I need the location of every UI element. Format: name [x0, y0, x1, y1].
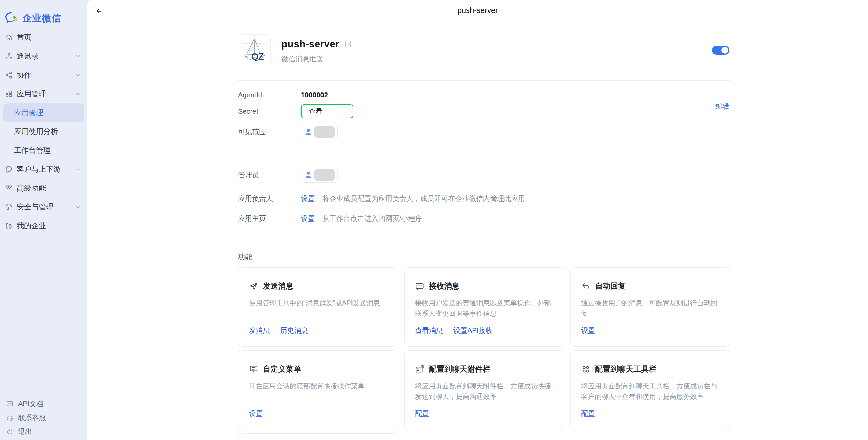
sidebar-footer-label: 联系客服	[18, 413, 46, 423]
feature-card-chat-toolbar: 配置到聊天工具栏 将应用页面配置到聊天工具栏，方便成员在与客户的聊天中查看和使用…	[570, 350, 730, 430]
feature-card-desc: 将应用页面配置到聊天工具栏，方便成员在与客户的聊天中查看和使用，提高服务效率	[581, 381, 719, 402]
sidebar-item-home[interactable]: 首页	[0, 28, 87, 47]
feature-card-desc: 将应用页面配置到聊天附件栏，方便成员快捷发送到聊天，提高沟通效率	[415, 381, 553, 402]
sidebar-item-label: 通讯录	[17, 51, 39, 61]
attachment-bar-config-link[interactable]: 配置	[415, 409, 429, 418]
agent-id-label: AgentId	[238, 91, 301, 99]
sidebar-item-security[interactable]: 安全与管理	[0, 197, 87, 216]
apps-grid-icon	[4, 89, 13, 98]
feature-card-auto-reply: 自动回复 通过接收用户的消息，可配置规则进行自动回复 设置	[570, 267, 730, 347]
wecom-logo-icon	[5, 12, 19, 24]
company-icon	[4, 221, 13, 230]
divider	[238, 155, 730, 155]
visible-scope-member-chip	[301, 124, 338, 140]
features-section-title: 功能	[238, 252, 730, 262]
feature-card-title: 配置到聊天工具栏	[595, 364, 656, 374]
sidebar: 企业微信 首页 通讯录 协作	[0, 0, 87, 440]
sidebar-item-app-management[interactable]: 应用管理	[0, 84, 87, 103]
chevron-down-icon	[75, 53, 81, 59]
sidebar-item-label: 协作	[17, 70, 31, 80]
customer-chat-icon	[4, 165, 13, 174]
chat-attachment-bar-icon	[415, 365, 424, 374]
collaboration-icon	[4, 70, 13, 80]
sidebar-item-label: 应用管理	[17, 89, 46, 99]
custom-menu-set-link[interactable]: 设置	[249, 409, 263, 418]
feature-card-title: 发送消息	[263, 281, 294, 291]
sidebar-subitem-label: 应用使用分析	[14, 127, 58, 136]
send-message-icon	[249, 282, 258, 291]
app-icon: QZ	[238, 34, 271, 67]
app-description: 微信消息推送	[281, 54, 730, 64]
contacts-icon	[4, 52, 13, 61]
sidebar-item-label: 客户与上下游	[17, 164, 61, 174]
sidebar-item-contact-support[interactable]: 联系客服	[0, 411, 87, 425]
app-title-block: push-server 微信消息推送	[281, 34, 730, 64]
sidebar-subitem-app-management[interactable]: 应用管理	[3, 103, 84, 122]
sidebar-item-label: 高级功能	[17, 183, 46, 193]
receive-message-icon	[415, 282, 424, 291]
custom-menu-icon	[249, 365, 258, 374]
topbar: push-server	[87, 0, 868, 21]
feature-card-title: 自定义菜单	[263, 364, 301, 374]
agent-id-value: 1000002	[301, 91, 328, 99]
svg-text:API: API	[8, 403, 12, 405]
divider	[238, 80, 730, 81]
auto-reply-set-link[interactable]: 设置	[581, 326, 595, 335]
sidebar-item-collaboration[interactable]: 协作	[0, 66, 87, 84]
chevron-down-icon	[75, 72, 81, 78]
sidebar-subitem-workbench-management[interactable]: 工作台管理	[3, 141, 84, 160]
edit-name-icon[interactable]	[344, 40, 353, 49]
app-header: QZ push-server 微信消息推送	[238, 34, 730, 67]
feature-card-title: 接收消息	[429, 281, 460, 291]
feature-card-receive-message: 接收消息 接收用户发送的普通消息以及菜单操作、外部联系人变更回调等事件信息 查看…	[404, 267, 564, 347]
home-icon	[4, 33, 13, 42]
member-avatar-icon	[304, 171, 313, 179]
sidebar-subitem-app-usage-analysis[interactable]: 应用使用分析	[3, 122, 84, 141]
toolbar-config-link[interactable]: 配置	[581, 409, 595, 418]
chevron-down-icon	[75, 204, 81, 210]
sidebar-footer-label: API文档	[18, 399, 43, 409]
feature-card-partial	[238, 433, 398, 440]
sidebar-item-my-company[interactable]: 我的企业	[0, 216, 87, 235]
page-title: push-server	[457, 6, 498, 15]
sidebar-nav: 首页 通讯录 协作 应用管理	[0, 28, 87, 235]
sidebar-item-advanced-features[interactable]: 高级功能	[0, 179, 87, 197]
headset-icon	[6, 413, 14, 422]
chevron-down-icon	[75, 166, 81, 172]
sidebar-item-contacts[interactable]: 通讯录	[0, 47, 87, 66]
sidebar-item-api-docs[interactable]: API API文档	[0, 397, 87, 411]
app-enabled-toggle[interactable]	[712, 46, 729, 55]
back-button[interactable]	[93, 5, 105, 17]
wecom-logo: 企业微信	[0, 0, 87, 28]
sidebar-subitem-label: 工作台管理	[14, 146, 51, 155]
main-panel: push-server QZ	[87, 0, 868, 440]
power-icon	[6, 427, 14, 436]
app-owner-set-link[interactable]: 设置	[301, 194, 315, 203]
sidebar-footer-label: 退出	[18, 427, 32, 437]
wecom-logo-text: 企业微信	[22, 12, 61, 24]
toggle-knob	[721, 47, 728, 54]
feature-card-chat-attachment-bar: 配置到聊天附件栏 将应用页面配置到聊天附件栏，方便成员快捷发送到聊天，提高沟通效…	[404, 350, 564, 430]
admin-label: 管理员	[238, 170, 301, 180]
message-history-link[interactable]: 历史消息	[280, 326, 308, 335]
feature-card-title: 自动回复	[595, 281, 626, 291]
send-message-link[interactable]: 发消息	[249, 326, 270, 335]
sidebar-item-customers[interactable]: 客户与上下游	[0, 160, 87, 179]
feature-card-desc: 接收用户发送的普通消息以及菜单操作、外部联系人变更回调等事件信息	[415, 298, 553, 319]
svg-text:QZ: QZ	[251, 52, 264, 61]
credentials-section: 编辑 AgentId 1000002 Secret 查看 可见范围	[238, 91, 730, 140]
view-messages-link[interactable]: 查看消息	[415, 326, 443, 335]
feature-card-custom-menu: 自定义菜单 可在应用会话的底部配置快捷操作菜单 设置	[238, 350, 398, 430]
sidebar-item-label: 首页	[17, 32, 31, 42]
feature-card-desc: 通过接收用户的消息，可配置规则进行自动回复	[581, 298, 719, 319]
wecom-admin-screen: 企业微信 首页 通讯录 协作	[0, 0, 868, 440]
edit-link[interactable]: 编辑	[715, 102, 729, 111]
secret-view-button[interactable]: 查看	[301, 104, 353, 118]
set-api-receive-link[interactable]: 设置API接收	[453, 326, 492, 335]
app-name: push-server	[281, 38, 339, 50]
home-page-set-link[interactable]: 设置	[301, 214, 315, 223]
visible-scope-label: 可见范围	[238, 127, 301, 137]
arrow-left-icon	[96, 8, 103, 15]
sidebar-item-logout[interactable]: 退出	[0, 425, 87, 439]
feature-card-desc: 可在应用会话的底部配置快捷操作菜单	[249, 381, 387, 391]
